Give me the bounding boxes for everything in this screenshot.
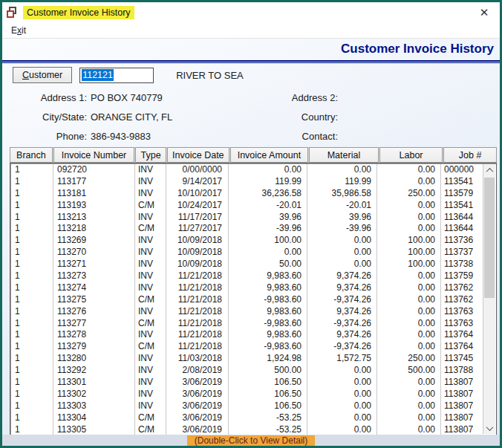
table-row[interactable]: 1113302INV3/06/2019106.500.000.00113807 (11, 389, 483, 400)
table-cell: INV (135, 306, 166, 318)
table-row[interactable]: 1113271INV10/09/201850.000.00100.0011373… (11, 259, 483, 270)
table-cell: 0.00 (307, 377, 377, 389)
table-row[interactable]: 1113276INV11/21/20189,983.609,374.260.00… (11, 306, 483, 318)
table-cell: 1 (11, 247, 53, 259)
table-cell: 0.00 (377, 329, 441, 341)
column-header-invoice-number[interactable]: Invoice Number (53, 147, 134, 163)
table-cell: -20.01 (307, 200, 377, 212)
customer-number-input[interactable]: 112121 (79, 68, 154, 83)
table-cell: 113276 (53, 306, 135, 318)
table-cell: 100.00 (229, 235, 307, 247)
menu-item-exit[interactable]: Exit (8, 24, 29, 37)
table-cell: INV (135, 282, 166, 294)
table-cell: 11/21/2018 (166, 329, 229, 341)
table-cell: 0.00 (377, 176, 441, 188)
scroll-down-icon[interactable] (483, 422, 495, 434)
table-cell: 106.50 (229, 377, 307, 389)
table-row[interactable]: 1113280INV11/03/20181,924.981,572.75250.… (11, 353, 483, 365)
table-cell: 113579 (441, 188, 483, 200)
address1-value: PO BOX 740779 (87, 92, 252, 103)
column-header-job[interactable]: Job # (443, 147, 497, 163)
table-cell: 1 (11, 341, 53, 353)
customer-button[interactable]: Customer (13, 67, 72, 83)
table-row[interactable]: 1113274INV11/21/20189,983.609,374.260.00… (11, 282, 483, 294)
phone-value: 386-943-9883 (87, 131, 252, 142)
column-header-invoice-amount[interactable]: Invoice Amount (230, 147, 309, 163)
table-cell: 113279 (53, 341, 135, 353)
table-cell: 9,374.26 (307, 282, 377, 294)
column-header-type[interactable]: Type (135, 147, 166, 163)
table-cell: 113788 (441, 365, 483, 377)
table-row[interactable]: 1113181INV10/10/201736,236.5835,986.5825… (11, 188, 483, 200)
table-cell: -9,983.60 (229, 294, 307, 306)
table-cell: 100.00 (377, 259, 441, 270)
table-cell: 092720 (53, 164, 135, 176)
table-cell: C/M (135, 412, 166, 424)
table-cell: 113759 (441, 270, 483, 282)
column-header-invoice-date[interactable]: Invoice Date (167, 147, 229, 163)
table-cell: C/M (135, 200, 166, 212)
table-cell: 0.00 (229, 164, 307, 176)
footer-bar: (Double-Click to View Detail) (2, 435, 500, 446)
scroll-up-icon[interactable] (483, 164, 495, 176)
column-header-labor[interactable]: Labor (379, 147, 443, 163)
table-row[interactable]: 1113278INV11/21/20189,983.609,374.260.00… (11, 329, 483, 341)
table-cell: 500.00 (377, 365, 441, 377)
table-cell: 1 (11, 270, 53, 282)
table-row[interactable]: 1113275C/M11/21/2018-9,983.60-9,374.260.… (11, 294, 483, 306)
scrollbar-thumb[interactable] (484, 178, 495, 298)
table-cell: 9,983.60 (229, 306, 307, 318)
table-cell: 11/27/2017 (166, 223, 229, 235)
table-cell: 113304 (53, 412, 135, 424)
table-cell: 113807 (441, 424, 483, 435)
table-cell: 1 (11, 235, 53, 247)
vertical-scrollbar[interactable] (483, 164, 495, 434)
table-cell: 0/00/0000 (166, 164, 229, 176)
table-row[interactable]: 1113270INV10/09/20180.000.00100.00113737 (11, 247, 483, 259)
close-icon[interactable]: ✕ (473, 4, 495, 22)
double-click-hint: (Double-Click to View Detail) (187, 435, 316, 446)
column-header-branch[interactable]: Branch (10, 147, 53, 163)
table-row[interactable]: 1113177INV9/14/2017119.99119.990.0011354… (11, 176, 483, 188)
column-header-material[interactable]: Material (309, 147, 379, 163)
table-row[interactable]: 1113303INV3/06/2019106.500.000.00113807 (11, 400, 483, 412)
table-cell: 11/21/2018 (166, 306, 229, 318)
table-cell: INV (135, 377, 166, 389)
address2-label: Address 2: (252, 92, 338, 103)
table-cell: 10/09/2018 (166, 235, 229, 247)
table-row[interactable]: 1113277C/M11/21/2018-9,983.60-9,374.260.… (11, 318, 483, 330)
table-cell: INV (135, 176, 166, 188)
table-cell: 113277 (53, 318, 135, 330)
table-cell: 1 (11, 188, 53, 200)
header-divider (2, 60, 500, 63)
table-cell: 113278 (53, 329, 135, 341)
table-cell: 9,983.60 (229, 329, 307, 341)
table-row[interactable]: 1113279C/M11/21/2018-9,983.60-9,374.260.… (11, 341, 483, 353)
menu-exit-pre: E (11, 25, 17, 36)
table-cell: 1 (11, 389, 53, 400)
table-row[interactable]: 1113273INV11/21/20189,983.609,374.260.00… (11, 270, 483, 282)
table-header: BranchInvoice NumberTypeInvoice DateInvo… (10, 147, 497, 163)
table-cell: C/M (135, 318, 166, 330)
contact-label: Contact: (252, 131, 338, 142)
table-row[interactable]: 1092720INV0/00/00000.000.000.00000000 (11, 164, 483, 176)
table-row[interactable]: 1113193C/M10/24/2017-20.01-20.010.001135… (11, 200, 483, 212)
table-cell: -9,983.60 (229, 318, 307, 330)
table-cell: 113181 (53, 188, 135, 200)
table-row[interactable]: 1113218C/M11/27/2017-39.96-39.960.001136… (11, 223, 483, 235)
table-row[interactable]: 1113292INV2/08/2019500.000.00500.0011378… (11, 365, 483, 377)
table-row[interactable]: 1113269INV10/09/2018100.000.00100.001137… (11, 235, 483, 247)
table-cell: 0.00 (307, 259, 377, 270)
table-row[interactable]: 1113213INV11/17/201739.9639.960.00113644 (11, 212, 483, 224)
table-row[interactable]: 1113305C/M3/06/2019-53.250.000.00113807 (11, 424, 483, 435)
table-cell: 0.00 (377, 377, 441, 389)
table-cell: -39.96 (229, 223, 307, 235)
table-cell: 113292 (53, 365, 135, 377)
menu-bar: Exit (2, 22, 500, 39)
table-row[interactable]: 1113301INV3/06/2019106.500.000.00113807 (11, 377, 483, 389)
table-cell: 1 (11, 164, 53, 176)
table-cell: 35,986.58 (307, 188, 377, 200)
table-row[interactable]: 1113304C/M3/06/2019-53.250.000.00113807 (11, 412, 483, 424)
table-cell: 250.00 (377, 353, 441, 365)
table-cell: 10/09/2018 (166, 259, 229, 270)
